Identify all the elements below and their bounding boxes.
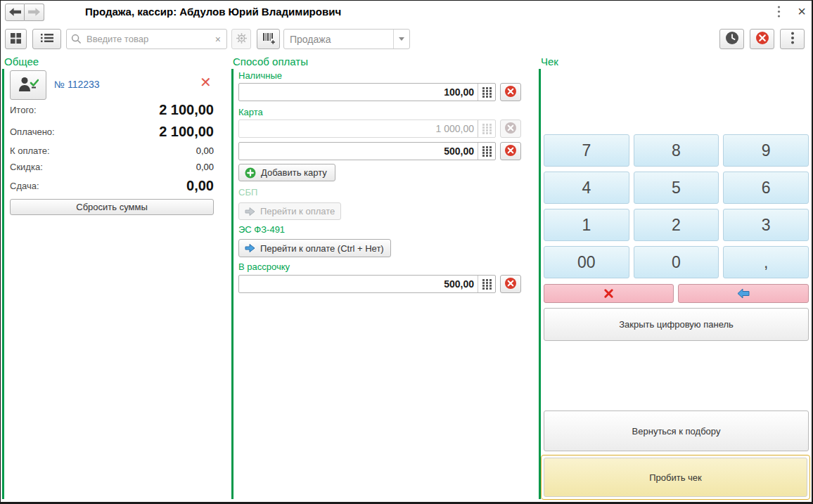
keypad-key-comma[interactable]: ,: [723, 246, 809, 278]
gear-icon: [236, 32, 248, 46]
back-arrow-icon: [9, 6, 21, 19]
blue-arrow-right-icon: [245, 243, 255, 253]
receipt-panel-line: [539, 69, 541, 499]
total-label: Скидка:: [10, 162, 43, 172]
keypad-key-8[interactable]: 8: [634, 134, 719, 167]
payment-panel-title: Способ оплаты: [233, 56, 308, 67]
close-icon: ×: [798, 4, 806, 20]
keypad-backspace-button[interactable]: [678, 284, 809, 303]
forward-arrow-icon: [28, 6, 40, 19]
more-actions-button[interactable]: [780, 29, 805, 49]
electronic-pay-label: Перейти к оплате (Ctrl + Нет): [260, 243, 384, 254]
search-clear-icon[interactable]: ×: [214, 34, 222, 44]
nav-group: [5, 4, 44, 21]
forward-button[interactable]: [25, 4, 44, 21]
punch-receipt-button[interactable]: Пробить чек: [544, 458, 807, 497]
clock-icon: [725, 31, 739, 47]
total-row: К оплате: 0,00: [10, 143, 214, 159]
cancel-operation-button[interactable]: [750, 29, 774, 49]
keypad-clear-button[interactable]: [544, 284, 674, 303]
keypad-key-7[interactable]: 7: [544, 134, 629, 167]
operation-mode-value: Продажа: [284, 34, 393, 45]
keypad-key-5[interactable]: 5: [634, 172, 719, 204]
total-row: Итого: 2 100,00: [10, 99, 214, 121]
search-box: ×: [66, 29, 227, 49]
red-x-icon: [603, 288, 614, 299]
red-circle-x-icon: [504, 277, 517, 292]
keypad-key-00[interactable]: 00: [544, 246, 629, 278]
receipt-number-link[interactable]: № 112233: [54, 79, 100, 90]
numpad-icon[interactable]: [478, 84, 495, 101]
installment-amount-value: 500,00: [239, 278, 478, 290]
settings-button[interactable]: [231, 29, 251, 49]
cash-clear-button[interactable]: [500, 83, 521, 101]
totals-list: Итого: 2 100,00 Оплачено: 2 100,00 К опл…: [10, 99, 214, 197]
numpad-icon[interactable]: [478, 143, 495, 160]
total-value: 0,00: [196, 146, 214, 156]
keypad-key-6[interactable]: 6: [723, 172, 809, 204]
card-clear-button[interactable]: [500, 142, 521, 160]
numeric-keypad: 7 8 9 4 5 6 1 2 3 00 0 ,: [544, 134, 809, 278]
add-card-button[interactable]: Добавить карту: [238, 164, 335, 181]
keypad-key-1[interactable]: 1: [544, 209, 629, 241]
keypad-key-2[interactable]: 2: [634, 209, 719, 241]
operation-mode-select[interactable]: Продажа: [283, 29, 410, 49]
total-label: Сдача:: [10, 181, 39, 191]
list-view-button[interactable]: [32, 29, 61, 49]
total-value: 2 100,00: [159, 102, 214, 118]
card-amount-value: 500,00: [239, 146, 478, 157]
total-row: Оплачено: 2 100,00: [10, 121, 214, 143]
window-more-menu-button[interactable]: [773, 5, 784, 20]
total-value: 0,00: [186, 178, 214, 194]
receipt-panel-title: Чек: [541, 56, 558, 67]
grid-view-button[interactable]: [5, 29, 27, 49]
total-value: 0,00: [196, 162, 214, 172]
total-row: Сдача: 0,00: [10, 175, 214, 197]
reset-sums-button[interactable]: Сбросить суммы: [10, 199, 214, 215]
scan-barcode-button[interactable]: [257, 29, 280, 49]
gray-arrow-right-icon: [245, 207, 255, 217]
card-label: Карта: [238, 107, 263, 117]
total-row: Скидка: 0,00: [10, 159, 214, 175]
barcode-plus-icon: [262, 32, 275, 46]
window-close-button[interactable]: ×: [794, 3, 809, 20]
keypad-key-0[interactable]: 0: [634, 246, 719, 278]
back-button[interactable]: [5, 4, 25, 21]
numpad-icon[interactable]: [478, 276, 495, 292]
submit-frame: Пробить чек: [541, 455, 810, 500]
sbp-pay-label: Перейти к оплате: [260, 206, 335, 217]
total-label: К оплате:: [10, 146, 50, 156]
keypad-key-3[interactable]: 3: [723, 209, 809, 241]
close-numpad-button[interactable]: Закрыть цифровую панель: [544, 308, 809, 341]
general-panel-line: [2, 69, 4, 499]
customer-button[interactable]: [10, 70, 46, 100]
chevron-down-icon: [399, 37, 404, 41]
numpad-icon: [478, 120, 495, 137]
card-frozen-amount-value: 1 000,00: [239, 123, 478, 134]
installment-amount-input[interactable]: 500,00: [238, 275, 496, 293]
keypad-key-9[interactable]: 9: [723, 134, 809, 167]
cash-amount-value: 100,00: [239, 86, 478, 98]
vertical-dots-icon: [790, 32, 795, 46]
sbp-label: СБП: [238, 187, 257, 198]
clear-customer-button[interactable]: ✕: [200, 75, 212, 89]
search-input[interactable]: [85, 33, 214, 45]
customer-check-icon: [18, 77, 39, 94]
select-caret-segment[interactable]: [393, 30, 409, 49]
backspace-arrow-icon: [737, 288, 750, 299]
back-to-selection-button[interactable]: Вернуться к подбору: [544, 411, 809, 451]
history-button[interactable]: [719, 29, 744, 49]
total-label: Итого:: [10, 105, 37, 115]
card-frozen-amount-input: 1 000,00: [238, 119, 496, 138]
vertical-dots-icon: [777, 6, 781, 20]
keypad-key-4[interactable]: 4: [544, 172, 629, 204]
installment-clear-button[interactable]: [500, 275, 521, 293]
sbp-pay-button: Перейти к оплате: [238, 202, 341, 220]
card-amount-input[interactable]: 500,00: [238, 142, 496, 160]
electronic-pay-button[interactable]: Перейти к оплате (Ctrl + Нет): [238, 239, 391, 257]
total-value: 2 100,00: [159, 124, 214, 140]
list-icon: [41, 33, 53, 45]
cash-amount-input[interactable]: 100,00: [238, 83, 496, 101]
red-x-icon: ✕: [200, 75, 212, 90]
total-label: Оплачено:: [10, 127, 55, 137]
